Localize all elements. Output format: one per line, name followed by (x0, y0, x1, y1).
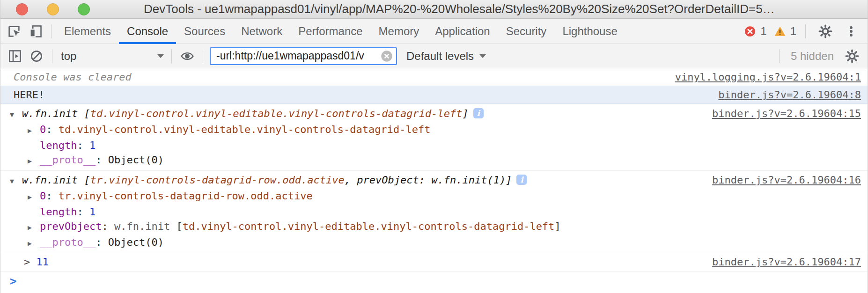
inspect-element-button[interactable] (3, 21, 25, 42)
expand-arrow-icon[interactable]: ▶ (28, 154, 40, 168)
prompt-chevron-icon: > (10, 275, 16, 288)
tabbar-right-cluster: 1 1 (744, 21, 868, 42)
info-badge-icon[interactable]: i (516, 175, 527, 185)
object-property-row[interactable]: ▶__proto__: Object(0) (0, 153, 705, 168)
info-message-text: HERE! (0, 88, 711, 102)
inspect-cursor-icon (7, 24, 21, 38)
clear-filter-icon[interactable] (381, 50, 393, 62)
tab-performance[interactable]: Performance (290, 19, 370, 44)
object-preview-header[interactable]: ▼w.fn.init [td.vinyl-control.vinyl-edita… (0, 106, 705, 122)
filter-value: -url:http://ue1wmapappasd01/v (216, 50, 378, 62)
source-link[interactable]: binder.js?v=2.6.19604:8 (711, 88, 868, 102)
window-controls (16, 3, 90, 15)
gear-icon (845, 49, 859, 63)
toolbar-divider (805, 24, 806, 38)
source-link[interactable]: binder.js?v=2.6.19604:15 (705, 106, 868, 121)
close-window-button[interactable] (16, 3, 28, 15)
chevron-down-icon (157, 54, 164, 58)
warning-count[interactable]: 1 (790, 25, 796, 38)
toolbar-divider (52, 49, 52, 63)
console-messages-area: Console was cleared vinyl.logging.js?v=2… (0, 68, 868, 293)
console-message-info: HERE! binder.js?v=2.6.19604:8 (0, 86, 868, 104)
window-title: DevTools - ue1wmapappasd01/vinyl/app/MAP… (88, 2, 780, 16)
result-text: > 11 (24, 256, 49, 268)
console-sidebar-icon (8, 49, 22, 63)
warning-icon[interactable] (774, 25, 786, 37)
info-badge-icon[interactable]: i (473, 108, 484, 118)
devtools-settings-button[interactable] (815, 21, 836, 42)
object-property-row[interactable]: ▶prevObject: w.fn.init [td.vinyl-control… (0, 219, 705, 235)
object-property-row: length: 1 (0, 138, 705, 153)
toolbar-divider (171, 49, 172, 63)
vertical-dots-icon (845, 25, 858, 38)
expand-arrow-icon[interactable]: ▶ (28, 190, 40, 205)
tab-console[interactable]: Console (119, 19, 176, 44)
expand-arrow-icon[interactable]: ▶ (28, 124, 40, 138)
object-property-row: length: 1 (0, 205, 705, 219)
javascript-context-select[interactable]: top (57, 50, 167, 63)
error-count[interactable]: 1 (760, 25, 766, 38)
tab-application[interactable]: Application (427, 19, 498, 44)
property-text: length: 1 (40, 139, 96, 151)
console-prompt[interactable]: > (0, 271, 868, 293)
property-text: 0: td.vinyl-control.vinyl-editable.vinyl… (40, 124, 430, 135)
tab-sources[interactable]: Sources (176, 19, 233, 44)
expand-arrow-icon[interactable]: ▶ (28, 220, 40, 235)
source-link[interactable]: vinyl.logging.js?v=2.6.19604:1 (668, 70, 868, 84)
source-link[interactable]: binder.js?v=2.6.19604:16 (705, 173, 868, 187)
console-message-result: > 11 binder.js?v=2.6.19604:17 (0, 253, 868, 271)
source-link[interactable]: binder.js?v=2.6.19604:17 (705, 255, 868, 269)
toolbar-divider (51, 24, 51, 38)
object-header-text: w.fn.init [tr.vinyl-controls-datagrid-ro… (22, 174, 512, 186)
clear-console-button[interactable] (26, 45, 47, 67)
block-circle-icon (29, 49, 44, 63)
zoom-window-button[interactable] (78, 3, 90, 15)
property-text: length: 1 (40, 206, 96, 218)
tab-memory[interactable]: Memory (371, 19, 427, 44)
chevron-down-icon (479, 54, 486, 58)
system-message-text: Console was cleared (0, 70, 668, 84)
toggle-device-toolbar-button[interactable] (25, 21, 46, 42)
property-text: __proto__: Object(0) (40, 154, 164, 166)
collapse-arrow-icon[interactable]: ▼ (10, 108, 22, 122)
collapse-arrow-icon[interactable]: ▼ (10, 174, 22, 189)
object-property-row[interactable]: ▶__proto__: Object(0) (0, 235, 705, 251)
expand-arrow-icon[interactable]: ▶ (28, 236, 40, 251)
object-property-row[interactable]: ▶0: tr.vinyl-controls-datagrid-row.odd.a… (0, 189, 705, 205)
devtools-menu-button[interactable] (840, 21, 862, 42)
context-label: top (61, 50, 76, 63)
hidden-messages-count[interactable]: 5 hidden (791, 50, 834, 63)
console-message-system: Console was cleared vinyl.logging.js?v=2… (0, 68, 868, 86)
gear-icon (818, 24, 832, 38)
object-property-row[interactable]: ▶0: td.vinyl-control.vinyl-editable.viny… (0, 122, 705, 138)
tab-security[interactable]: Security (498, 19, 555, 44)
property-text: __proto__: Object(0) (40, 236, 164, 248)
window-titlebar: DevTools - ue1wmapappasd01/vinyl/app/MAP… (0, 0, 868, 19)
console-message-object: ▼w.fn.init [td.vinyl-control.vinyl-edita… (0, 104, 868, 170)
tab-elements[interactable]: Elements (56, 19, 119, 44)
show-console-sidebar-button[interactable] (4, 45, 26, 67)
console-filter-input[interactable]: -url:http://ue1wmapappasd01/v (210, 47, 397, 65)
eye-icon (180, 50, 195, 63)
toolbar-divider (203, 49, 203, 63)
devtools-tabbar: Elements Console Sources Network Perform… (0, 19, 868, 44)
error-icon[interactable] (744, 25, 756, 37)
log-levels-dropdown[interactable]: Default levels (406, 50, 486, 63)
property-text: prevObject: w.fn.init [td.vinyl-control.… (40, 220, 561, 232)
tab-network[interactable]: Network (233, 19, 290, 44)
minimize-window-button[interactable] (47, 3, 59, 15)
property-text: 0: tr.vinyl-controls-datagrid-row.odd.ac… (40, 190, 313, 202)
toolbar-divider (779, 49, 780, 63)
toolbar-right-cluster: 5 hidden (774, 45, 868, 67)
create-live-expression-button[interactable] (177, 45, 198, 67)
object-preview-header[interactable]: ▼w.fn.init [tr.vinyl-controls-datagrid-r… (0, 173, 705, 189)
device-toolbar-icon (29, 24, 43, 38)
object-header-text: w.fn.init [td.vinyl-control.vinyl-editab… (22, 108, 469, 119)
console-toolbar: top -url:http://ue1wmapappasd01/v Defaul… (0, 44, 868, 68)
console-settings-button[interactable] (841, 45, 863, 67)
levels-label: Default levels (406, 50, 474, 63)
tab-lighthouse[interactable]: Lighthouse (554, 19, 625, 44)
console-message-object: ▼w.fn.init [tr.vinyl-controls-datagrid-r… (0, 170, 868, 253)
